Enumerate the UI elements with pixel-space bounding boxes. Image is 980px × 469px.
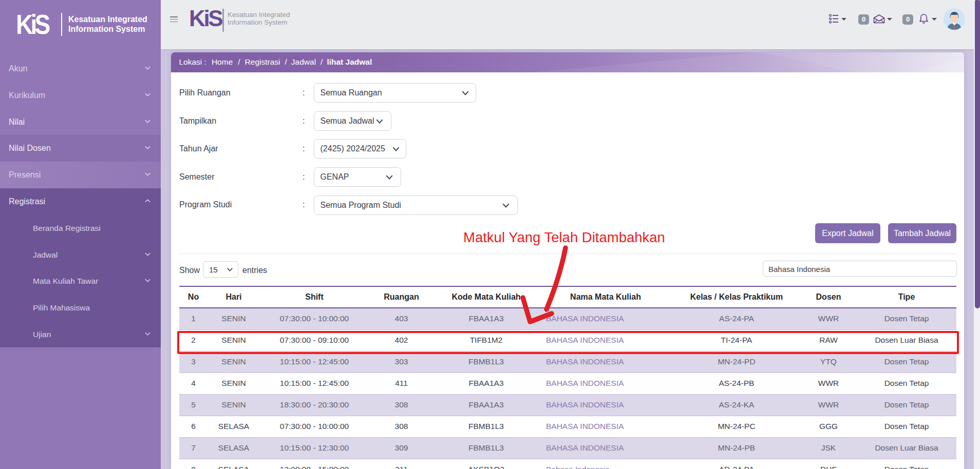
svg-text:Matkul Yang Telah Ditambahkan: Matkul Yang Telah Ditambahkan: [463, 229, 665, 245]
